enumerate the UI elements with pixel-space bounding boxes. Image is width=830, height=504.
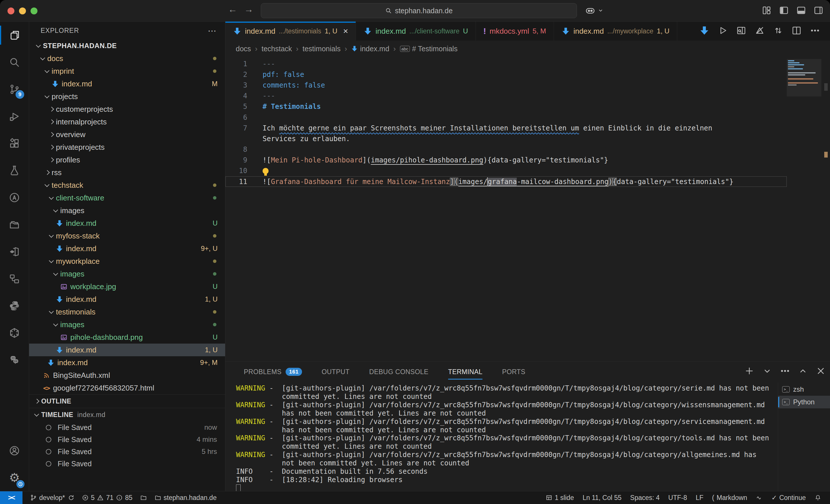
activity-item-run-debug[interactable]: [0, 103, 29, 130]
panel-tab-output[interactable]: OUTPUT: [322, 362, 350, 382]
editor[interactable]: 1---2pdf: false3comments: false4---5# Te…: [225, 57, 830, 362]
panel-tab-terminal[interactable]: TERMINAL: [448, 362, 483, 382]
tree-item-imprint[interactable]: imprint: [29, 65, 225, 77]
editor-tab-3[interactable]: !mkdocs.yml5, M: [476, 22, 554, 41]
tree-item-projects[interactable]: projects: [29, 90, 225, 103]
language-mode-status[interactable]: ( Markdown: [712, 494, 747, 502]
tree-item-internalprojects[interactable]: internalprojects: [29, 115, 225, 128]
editor-line-2[interactable]: 2pdf: false: [225, 69, 787, 80]
tree-item-pihole-dashboard-png[interactable]: pihole-dashboard.pngU: [29, 331, 225, 344]
activity-item-chat-duo[interactable]: [0, 346, 29, 373]
outline-section[interactable]: OUTLINE: [29, 394, 225, 408]
editor-line-4[interactable]: 4---: [225, 91, 787, 101]
terminal-session-python[interactable]: >_Python: [778, 396, 830, 408]
indentation-status[interactable]: Spaces: 4: [630, 494, 660, 502]
tree-item-images[interactable]: images: [29, 268, 225, 280]
window-minimize-button[interactable]: [19, 7, 26, 14]
activity-item-exit-door[interactable]: [0, 238, 29, 265]
panel-tab-ports[interactable]: PORTS: [502, 362, 525, 382]
tree-item-bingsiteauth-xml[interactable]: BingSiteAuth.xml: [29, 369, 225, 381]
activity-item-remote-targets[interactable]: [0, 265, 29, 292]
breadcrumb-item[interactable]: techstack: [261, 45, 292, 53]
sync-changes-action[interactable]: [773, 25, 783, 37]
tree-item-images[interactable]: images: [29, 318, 225, 331]
workspace-status[interactable]: stephan.hadan.de: [155, 494, 217, 502]
tree-item-images[interactable]: images: [29, 204, 225, 217]
branch-status[interactable]: develop*: [30, 494, 74, 502]
folder-status[interactable]: [140, 494, 147, 501]
eol-status[interactable]: LF: [696, 494, 703, 502]
marp-slides-status[interactable]: 1 slide: [546, 494, 574, 502]
back-icon[interactable]: ←: [226, 4, 239, 15]
editor-line-10[interactable]: 10: [225, 166, 787, 176]
activity-item-a-circle[interactable]: [0, 184, 29, 211]
copilot-menu[interactable]: [585, 5, 604, 15]
editor-line-8[interactable]: 8: [225, 144, 787, 155]
customize-layout-icon[interactable]: [761, 5, 772, 15]
chevron-down-action[interactable]: [762, 366, 772, 377]
tree-item-myworkplace[interactable]: myworkplace: [29, 255, 225, 268]
window-close-button[interactable]: [7, 7, 14, 14]
tree-item-index-md[interactable]: index.md9+, M: [29, 356, 225, 369]
more-action[interactable]: [810, 25, 820, 37]
editor-line-wrap[interactable]: Services zu erlauben.: [225, 133, 787, 144]
breadcrumb-item[interactable]: abc# Testimonials: [400, 45, 458, 53]
breadcrumb-item[interactable]: index.md: [351, 45, 389, 53]
terminal-output[interactable]: WARNING - [git-authors-plugin] /var/fold…: [225, 382, 778, 491]
remote-indicator[interactable]: ><: [0, 491, 23, 504]
editor-line-11[interactable]: 11![Grafana-Dashboard für meine Mailcow-…: [225, 176, 787, 187]
close-action[interactable]: [816, 366, 826, 377]
encoding-status[interactable]: UTF-8: [668, 494, 687, 502]
editor-tab-2[interactable]: index.md.../client-softwareU: [356, 22, 476, 41]
toggle-primary-sidebar-icon[interactable]: [779, 5, 789, 15]
breadcrumb-item[interactable]: docs: [236, 45, 251, 53]
terminal-session-zsh[interactable]: >_zsh: [778, 383, 830, 396]
editor-line-7[interactable]: 7Ich möchte gerne ein paar Screenshots m…: [225, 123, 787, 133]
activity-item-search[interactable]: [0, 49, 29, 76]
timeline-entry[interactable]: File Saved: [29, 458, 225, 470]
tree-item-index-md[interactable]: index.md1, U: [29, 293, 225, 306]
tree-item-index-md[interactable]: index.mdU: [29, 217, 225, 230]
timeline-section[interactable]: TIMELINE index.md: [29, 408, 225, 421]
activity-item-source-control[interactable]: 9: [0, 76, 29, 103]
tree-item-index-md[interactable]: index.md9+, U: [29, 242, 225, 255]
explorer-root-row[interactable]: STEPHAN.HADAN.DE: [29, 39, 225, 52]
tree-item-myfoss-stack[interactable]: myfoss-stack: [29, 230, 225, 242]
explorer-more-icon[interactable]: ⋯: [208, 26, 217, 36]
more-action[interactable]: [780, 366, 790, 377]
forward-icon[interactable]: →: [242, 4, 255, 15]
editor-tab-1[interactable]: index.md.../testimonials1, U×: [225, 22, 356, 41]
tree-item-profiles[interactable]: profiles: [29, 154, 225, 166]
squiggle-status[interactable]: [756, 494, 763, 501]
command-center-search[interactable]: stephan.hadan.de: [261, 3, 577, 18]
notifications-status[interactable]: [815, 494, 821, 501]
run-action[interactable]: [717, 25, 728, 37]
tree-item-privateprojects[interactable]: privateprojects: [29, 141, 225, 154]
timeline-entry[interactable]: File Saved5 hrs: [29, 445, 225, 458]
panel-tab-problems[interactable]: PROBLEMS161: [244, 362, 302, 382]
activity-item-files[interactable]: [0, 22, 29, 49]
tree-item-overview[interactable]: overview: [29, 128, 225, 141]
editor-line-6[interactable]: 6: [225, 112, 787, 123]
activity-item-testing[interactable]: [0, 157, 29, 184]
continue-status[interactable]: ✓ Continue: [771, 494, 806, 502]
window-zoom-button[interactable]: [31, 7, 37, 14]
split-editor-action[interactable]: [791, 25, 802, 37]
close-icon[interactable]: ×: [343, 26, 348, 36]
tree-item-techstack[interactable]: techstack: [29, 179, 225, 192]
editor-line-3[interactable]: 3comments: false: [225, 80, 787, 91]
markdown-preview-action[interactable]: [699, 25, 709, 37]
tree-item-workplace-jpg[interactable]: workplace.jpgU: [29, 280, 225, 293]
activity-item-python[interactable]: [0, 292, 29, 320]
editor-line-5[interactable]: 5# Testimonials: [225, 101, 787, 112]
tree-item-client-software[interactable]: client-software: [29, 192, 225, 204]
tree-item-customerprojects[interactable]: customerprojects: [29, 103, 225, 115]
chevron-up-action[interactable]: [798, 366, 808, 377]
timeline-entry[interactable]: File Saved4 mins: [29, 433, 225, 445]
editor-line-9[interactable]: 9![Mein Pi-hole-Dashboard](images/pihole…: [225, 155, 787, 166]
editor-line-1[interactable]: 1---: [225, 59, 787, 69]
activity-item-extensions[interactable]: [0, 130, 29, 157]
timeline-entry[interactable]: File Savednow: [29, 421, 225, 433]
open-preview-side-action[interactable]: [736, 25, 746, 37]
plus-action[interactable]: [744, 366, 755, 377]
